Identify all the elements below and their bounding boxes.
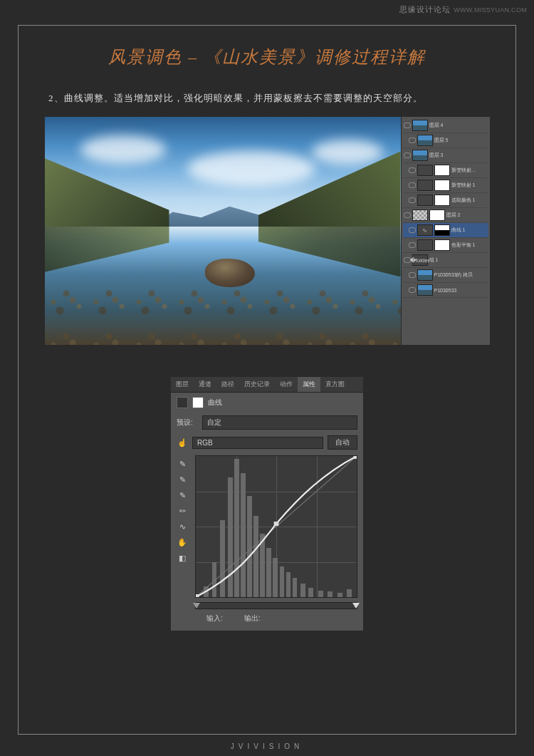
layer-row-selected[interactable]: ∿曲线 1 [403,223,488,238]
input-label: 输入: [206,613,223,623]
visibility-icon[interactable] [409,167,416,173]
curves-icon [177,397,188,408]
visibility-icon[interactable] [409,272,416,278]
canvas-area[interactable]: Jvivision [45,117,401,345]
svg-rect-2 [274,522,279,526]
props-header: 曲线 [171,393,363,413]
visibility-icon[interactable] [404,212,411,218]
content-frame: 风景调色 – 《山水美景》调修过程详解 2、曲线调整。适当增加对比，强化明暗效果… [18,25,516,735]
visibility-icon[interactable] [409,227,416,233]
hand-icon[interactable]: ✋ [177,537,188,548]
curve-tools: ✎ ✎ ✎ ✏ ∿ ✋ ◧ [177,455,192,598]
watermark: 思缘设计论坛WWW.MISSYUAN.COM [399,4,527,15]
channel-select[interactable]: RGB [192,437,323,449]
preset-select[interactable]: 自定 [202,415,357,430]
visibility-icon[interactable] [409,242,416,248]
tab-histogram[interactable]: 直方图 [320,377,350,392]
photoshop-window: Jvivision 图层 4 图层 5 图层 3 新变映射... 新变映射 1 … [45,117,490,345]
auto-button[interactable]: 自动 [328,435,357,450]
visibility-icon[interactable] [404,123,411,128]
tab-history[interactable]: 历史记录 [239,377,275,392]
layer-row[interactable]: P1030533的 拷贝 [403,268,488,283]
svg-line-0 [196,456,357,597]
visibility-icon[interactable] [409,138,416,143]
visibility-icon[interactable] [409,287,416,293]
landscape-photo [45,117,401,345]
footer-brand: JVIVISION [0,742,534,750]
svg-rect-1 [196,594,199,597]
svg-rect-3 [353,456,357,459]
step-text: 2、曲线调整。适当增加对比，强化明暗效果，并用蒙板擦去不需要调整的天空部分。 [48,90,486,106]
tab-properties[interactable]: 属性 [298,377,320,392]
visibility-icon[interactable] [404,152,411,158]
layer-row[interactable]: 新变映射 1 [403,178,488,193]
layer-row[interactable]: 图层 5 [403,133,488,148]
tutorial-title: 风景调色 – 《山水美景》调修过程详解 [19,46,515,68]
layer-row[interactable]: 新变映射... [403,163,488,178]
visibility-icon[interactable] [409,182,416,188]
layer-row[interactable]: �folder组 1 [403,253,488,268]
layer-row[interactable]: 图层 4 [403,118,488,133]
mask-icon [192,397,204,408]
eyedropper-icon[interactable]: ✎ [177,458,188,470]
adjustment-name: 曲线 [208,398,222,408]
curve-graph[interactable] [195,455,357,598]
layer-row[interactable]: 图层 2 [403,208,488,223]
tab-layers[interactable]: 图层 [171,377,194,392]
layers-panel[interactable]: 图层 4 图层 5 图层 3 新变映射... 新变映射 1 选取颜色 1 图层 … [401,117,490,345]
tab-channels[interactable]: 通道 [194,377,216,392]
black-point-slider[interactable] [193,603,200,609]
pencil-icon[interactable]: ✏ [177,505,188,517]
tab-paths[interactable]: 路径 [216,377,239,392]
visibility-icon[interactable] [409,197,416,203]
layer-row[interactable]: P1030533 [403,283,488,298]
eyedropper-white-icon[interactable]: ✎ [177,490,188,501]
tab-actions[interactable]: 动作 [275,377,298,392]
white-point-slider[interactable] [352,603,360,609]
finger-icon[interactable]: ☝ [177,437,188,448]
smooth-icon[interactable]: ∿ [177,521,188,532]
range-slider[interactable] [195,602,357,609]
io-values: 输入: 输出: [171,609,363,631]
properties-panel: 图层 通道 路径 历史记录 动作 属性 直方图 曲线 预设: 自定 ☝ RGB … [171,377,363,631]
panel-tabs: 图层 通道 路径 历史记录 动作 属性 直方图 [171,377,363,393]
output-label: 输出: [244,613,261,623]
eyedropper-gray-icon[interactable]: ✎ [177,474,188,485]
layer-row[interactable]: 选取颜色 1 [403,193,488,208]
clip-icon[interactable]: ◧ [177,552,188,564]
layer-row[interactable]: 图层 3 [403,148,488,163]
preset-label: 预设: [177,418,198,428]
layer-row[interactable]: 色彩平衡 1 [403,238,488,253]
